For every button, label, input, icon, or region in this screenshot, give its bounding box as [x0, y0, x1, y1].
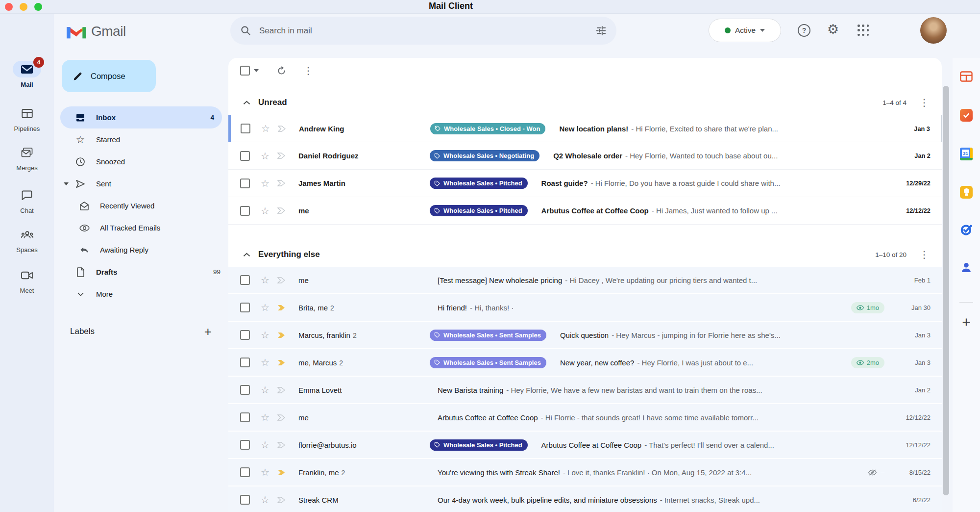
- row-checkbox[interactable]: [240, 206, 250, 216]
- star-icon[interactable]: ☆: [260, 123, 271, 134]
- select-dropdown-icon[interactable]: [254, 69, 259, 72]
- section-more-icon[interactable]: ⋮: [919, 98, 929, 107]
- email-row[interactable]: ☆ Daniel Rodriguez Wholesale Sales • Neg…: [228, 142, 942, 170]
- keep-icon[interactable]: [960, 186, 973, 199]
- settings-gear-icon[interactable]: ⚙: [827, 22, 839, 37]
- importance-marker[interactable]: [277, 469, 286, 476]
- email-row[interactable]: ☆ Andrew King Wholesale Sales • Closed -…: [228, 115, 942, 142]
- star-icon[interactable]: ☆: [260, 178, 270, 189]
- row-checkbox[interactable]: [240, 467, 250, 477]
- pipeline-badge[interactable]: Wholesale Sales • Pitched: [430, 439, 528, 451]
- pipeline-badge[interactable]: Wholesale Sales • Sent Samples: [430, 330, 546, 341]
- importance-marker[interactable]: [277, 442, 286, 448]
- star-icon[interactable]: ☆: [260, 494, 270, 506]
- sidebar-item-awaiting-reply[interactable]: Awaiting Reply: [54, 239, 228, 261]
- search-bar[interactable]: [230, 17, 616, 45]
- row-checkbox[interactable]: [240, 275, 250, 285]
- sidebar-item-inbox[interactable]: Inbox 4: [60, 106, 222, 128]
- profile-avatar[interactable]: [920, 17, 947, 44]
- row-checkbox[interactable]: [240, 151, 250, 161]
- select-all-checkbox[interactable]: [240, 66, 250, 76]
- rail-item-merges[interactable]: Merges: [0, 144, 54, 172]
- search-icon[interactable]: [240, 25, 251, 36]
- email-row[interactable]: ☆ me, Marcus2 Wholesale Sales • Sent Sam…: [228, 349, 942, 377]
- sidebar-item-more[interactable]: More: [54, 283, 228, 305]
- importance-marker[interactable]: [277, 497, 286, 503]
- pipeline-badge[interactable]: Wholesale Sales • Pitched: [430, 205, 528, 216]
- collapse-section-icon[interactable]: [243, 253, 250, 257]
- sidebar-item-sent[interactable]: Sent: [54, 173, 228, 195]
- star-icon[interactable]: ☆: [260, 302, 270, 313]
- section-more-icon[interactable]: ⋮: [919, 250, 929, 259]
- pipeline-badge[interactable]: Wholesale Sales • Pitched: [430, 178, 528, 189]
- importance-marker[interactable]: [277, 180, 286, 186]
- importance-marker[interactable]: [277, 359, 286, 366]
- row-checkbox[interactable]: [240, 330, 250, 340]
- email-row[interactable]: ☆ Marcus, franklin2 Wholesale Sales • Se…: [228, 322, 942, 349]
- sidebar-item-recently-viewed[interactable]: Recently Viewed: [54, 195, 228, 217]
- star-icon[interactable]: ☆: [260, 205, 270, 217]
- more-options-icon[interactable]: ⋮: [303, 66, 313, 76]
- row-checkbox[interactable]: [240, 412, 250, 422]
- tasks-check-icon[interactable]: [960, 109, 973, 122]
- email-row[interactable]: ☆ Franklin, me2 You're viewing this with…: [228, 459, 942, 486]
- row-checkbox[interactable]: [240, 440, 250, 450]
- refresh-icon[interactable]: [276, 66, 287, 76]
- status-dropdown[interactable]: Active: [709, 19, 781, 42]
- get-addons-icon[interactable]: +: [962, 314, 971, 331]
- rail-item-chat[interactable]: Chat: [0, 187, 54, 214]
- importance-marker[interactable]: [277, 207, 286, 214]
- email-row[interactable]: ☆ me Arbutus Coffee at Coffee Coop- Hi F…: [228, 404, 942, 432]
- star-icon[interactable]: ☆: [260, 274, 270, 286]
- email-row[interactable]: ☆ Emma Lovett New Barista training- Hey …: [228, 377, 942, 404]
- importance-marker[interactable]: [277, 414, 286, 421]
- star-icon[interactable]: ☆: [260, 411, 270, 423]
- star-icon[interactable]: ☆: [260, 384, 270, 396]
- rail-item-mail[interactable]: 4 Mail: [0, 61, 54, 88]
- help-icon[interactable]: ?: [798, 24, 810, 37]
- email-row[interactable]: ☆ Brita, me2 Hi friend!- Hi, thanks! · 1…: [228, 294, 942, 322]
- collapse-section-icon[interactable]: [243, 101, 250, 105]
- row-checkbox[interactable]: [241, 124, 250, 133]
- importance-marker[interactable]: [277, 305, 286, 311]
- star-icon[interactable]: ☆: [260, 150, 270, 162]
- collapse-triangle-icon[interactable]: [64, 182, 69, 185]
- contacts-icon[interactable]: [960, 261, 973, 276]
- importance-marker[interactable]: [277, 153, 286, 159]
- sidebar-item-all-tracked-emails[interactable]: All Tracked Emails: [54, 217, 228, 239]
- star-icon[interactable]: ☆: [260, 466, 270, 478]
- search-options-icon[interactable]: [595, 25, 607, 36]
- rail-item-meet[interactable]: Meet: [0, 267, 54, 294]
- rail-item-spaces[interactable]: Spaces: [0, 226, 54, 254]
- row-checkbox[interactable]: [240, 179, 250, 188]
- sidebar-item-starred[interactable]: ☆ Starred: [54, 128, 228, 151]
- vertical-scrollbar[interactable]: [943, 86, 949, 495]
- importance-marker[interactable]: [277, 332, 286, 338]
- sidebar-item-snoozed[interactable]: Snoozed: [54, 151, 228, 173]
- star-icon[interactable]: ☆: [260, 439, 270, 451]
- row-checkbox[interactable]: [240, 495, 250, 505]
- row-checkbox[interactable]: [240, 385, 250, 395]
- email-row[interactable]: ☆ Streak CRM Our 4-day work week, bulk p…: [228, 486, 942, 512]
- email-row[interactable]: ☆ me [Test message] New wholesale pricin…: [228, 267, 942, 294]
- rail-item-pipelines[interactable]: Pipelines: [0, 105, 54, 132]
- star-icon[interactable]: ☆: [260, 357, 270, 368]
- pipeline-badge[interactable]: Wholesale Sales • Negotiating: [430, 150, 539, 161]
- compose-button[interactable]: Compose: [62, 60, 156, 92]
- row-checkbox[interactable]: [240, 358, 250, 367]
- importance-marker[interactable]: [278, 126, 286, 132]
- google-tasks-icon[interactable]: [960, 224, 973, 238]
- add-label-icon[interactable]: +: [204, 327, 212, 336]
- search-input[interactable]: [259, 26, 595, 36]
- pipeline-badge[interactable]: Wholesale Sales • Closed - Won: [430, 123, 545, 134]
- calendar-icon[interactable]: 31: [960, 148, 973, 160]
- importance-marker[interactable]: [277, 387, 286, 393]
- google-apps-icon[interactable]: [858, 25, 869, 36]
- sidebar-item-drafts[interactable]: Drafts 99: [54, 261, 228, 283]
- streak-pipelines-icon[interactable]: [960, 71, 973, 84]
- email-row[interactable]: ☆ me Wholesale Sales • Pitched Arbutus C…: [228, 197, 942, 225]
- email-row[interactable]: ☆ James Martin Wholesale Sales • Pitched…: [228, 170, 942, 197]
- star-icon[interactable]: ☆: [260, 329, 270, 341]
- importance-marker[interactable]: [277, 277, 286, 283]
- pipeline-badge[interactable]: Wholesale Sales • Sent Samples: [430, 357, 546, 368]
